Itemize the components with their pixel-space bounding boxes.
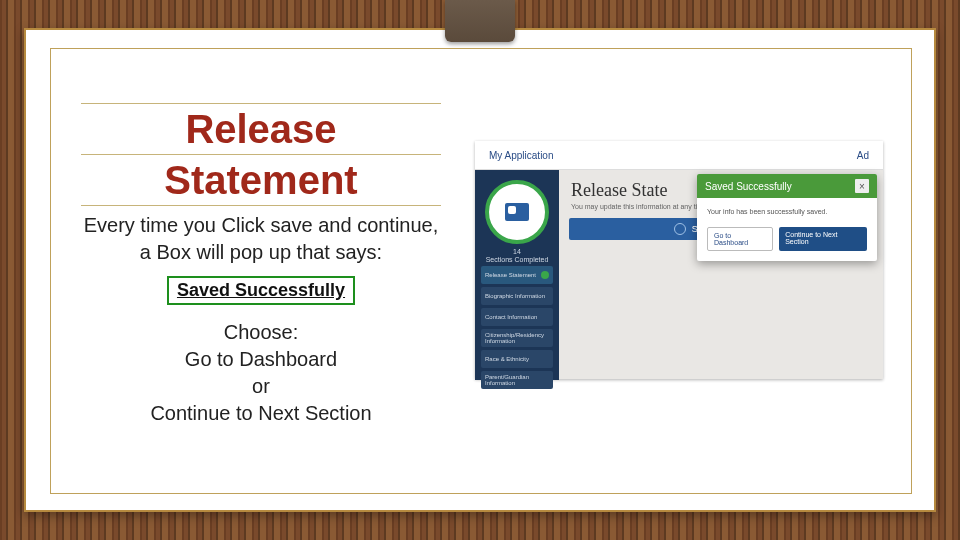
popup-header: Saved Successfully × (697, 174, 877, 198)
choose-l4: Continue to Next Section (150, 402, 371, 424)
slide-title: Release Statement (81, 108, 441, 201)
sidebar-item-parent[interactable]: Parent/Guardian Information (481, 371, 553, 389)
close-icon[interactable]: × (855, 179, 869, 193)
popup-button-row: Go to Dashboard Continue to Next Section (697, 221, 877, 261)
saved-successfully-highlight: Saved Successfully (167, 276, 355, 305)
intro-line-1: Every time you Click save and continue, (84, 214, 439, 236)
sidebar-item-citizenship[interactable]: Citizenship/Residency Information (481, 329, 553, 347)
sidebar-item-contact[interactable]: Contact Information (481, 308, 553, 326)
go-to-dashboard-button[interactable]: Go to Dashboard (707, 227, 773, 251)
choose-l3: or (252, 375, 270, 397)
sidebar-item-label: Citizenship/Residency Information (485, 332, 549, 344)
intro-text: Every time you Click save and continue, … (81, 212, 441, 266)
slide-inner-border: Release Statement Every time you Click s… (50, 48, 912, 494)
intro-line-2: a Box will pop up that says: (140, 241, 382, 263)
rule (81, 103, 441, 104)
rule (81, 205, 441, 206)
progress-circle-icon (485, 180, 549, 244)
id-card-icon (505, 203, 529, 221)
screenshot-body: 14 Sections Completed Release Statement … (475, 170, 883, 380)
saved-successfully-label: Saved Successfully (177, 280, 345, 300)
embedded-screenshot: My Application Ad 14 Sections Completed … (475, 141, 883, 379)
sidebar-item-label: Parent/Guardian Information (485, 374, 549, 386)
choose-l1: Choose: (224, 321, 299, 343)
popup-body-text: Your info has been successfully saved. (697, 198, 877, 221)
slide-panel: Release Statement Every time you Click s… (24, 28, 936, 512)
continue-next-section-button[interactable]: Continue to Next Section (779, 227, 867, 251)
check-dot-icon (541, 271, 549, 279)
slide-background: Release Statement Every time you Click s… (0, 0, 960, 540)
text-column: Release Statement Every time you Click s… (81, 99, 441, 427)
choose-text: Choose: Go to Dashboard or Continue to N… (81, 319, 441, 427)
saved-popup: Saved Successfully × ation Your info has… (697, 174, 877, 261)
popup-title: Saved Successfully (705, 181, 792, 192)
screenshot-topnav: My Application Ad (475, 141, 883, 170)
sidebar-item-label: Release Statement (485, 272, 536, 278)
nav-my-application: My Application (489, 150, 553, 161)
title-line-1: Release (185, 107, 336, 151)
sections-count: 14 (475, 248, 559, 256)
checkmark-circle-icon (674, 223, 686, 235)
nav-ad-fragment: Ad (857, 150, 869, 161)
screenshot-sidebar: 14 Sections Completed Release Statement … (475, 170, 559, 380)
sidebar-item-label: Race & Ethnicity (485, 356, 529, 362)
choose-l2: Go to Dashboard (185, 348, 337, 370)
sidebar-item-biographic[interactable]: Biographic Information (481, 287, 553, 305)
sidebar-item-label: Contact Information (485, 314, 537, 320)
sections-count-label: Sections Completed (475, 256, 559, 264)
title-line-2: Statement (164, 158, 357, 202)
sidebar-item-race[interactable]: Race & Ethnicity (481, 350, 553, 368)
sidebar-item-label: Biographic Information (485, 293, 545, 299)
rule (81, 154, 441, 155)
sidebar-item-release-statement[interactable]: Release Statement (481, 266, 553, 284)
binder-clip (445, 0, 515, 42)
